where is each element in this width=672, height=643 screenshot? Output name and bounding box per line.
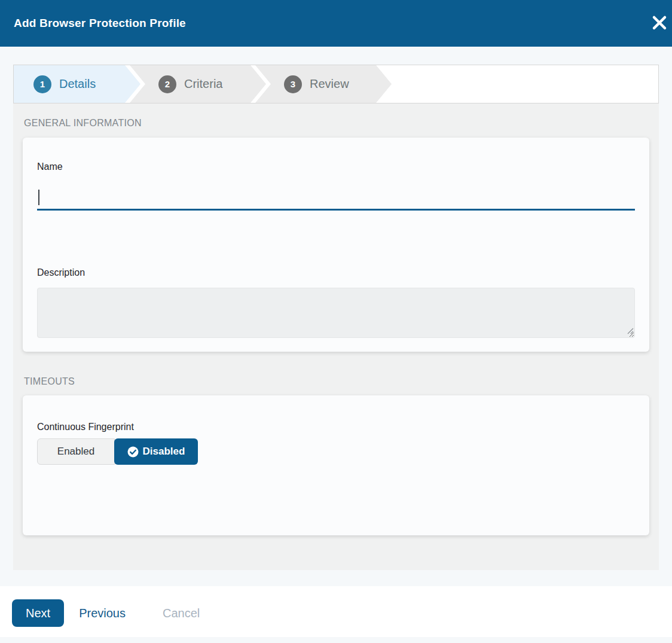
step-review-label: Review <box>310 77 349 91</box>
timeouts-card: Continuous Fingerprint Enabled Disabled <box>23 395 649 535</box>
general-information-section-title: GENERAL INFORMATION <box>23 118 649 129</box>
step-criteria-label: Criteria <box>184 77 222 91</box>
step-details[interactable]: 1 Details <box>14 65 140 103</box>
dialog-body: GENERAL INFORMATION Name Description TIM… <box>13 103 659 570</box>
step-review-number: 3 <box>284 75 302 93</box>
cancel-button[interactable]: Cancel <box>163 599 200 627</box>
description-input-wrap <box>37 288 635 338</box>
toggle-option-disabled[interactable]: Disabled <box>114 438 198 465</box>
close-button[interactable] <box>648 11 671 36</box>
wizard-stepper: 1 Details 2 Criteria 3 Review <box>13 65 659 103</box>
previous-button[interactable]: Previous <box>79 599 126 627</box>
description-input[interactable] <box>37 288 635 338</box>
step-review[interactable]: 3 Review <box>255 65 392 103</box>
toggle-disabled-label: Disabled <box>143 446 185 458</box>
text-caret <box>38 190 39 205</box>
general-information-card: Name Description <box>23 138 649 352</box>
step-criteria-number: 2 <box>158 75 176 93</box>
timeouts-section-title: TIMEOUTS <box>23 376 649 387</box>
name-input[interactable] <box>37 187 635 211</box>
check-circle-icon <box>127 446 139 458</box>
toggle-enabled-label: Enabled <box>57 446 94 458</box>
dialog-title: Add Browser Protection Profile <box>14 17 186 30</box>
continuous-fingerprint-label: Continuous Fingerprint <box>37 422 635 432</box>
continuous-fingerprint-toggle: Enabled Disabled <box>37 438 635 465</box>
toggle-option-enabled[interactable]: Enabled <box>37 438 115 465</box>
step-criteria[interactable]: 2 Criteria <box>130 65 266 103</box>
add-browser-protection-profile-dialog: Add Browser Protection Profile 1 Details… <box>0 0 672 637</box>
step-details-label: Details <box>59 77 96 91</box>
next-button[interactable]: Next <box>12 599 64 627</box>
step-details-number: 1 <box>33 75 51 93</box>
dialog-header: Add Browser Protection Profile <box>0 0 672 47</box>
name-input-wrap <box>37 187 635 211</box>
dialog-footer: Next Previous Cancel <box>0 586 672 637</box>
close-icon <box>650 14 668 33</box>
name-label: Name <box>37 161 635 172</box>
description-label: Description <box>37 267 635 278</box>
